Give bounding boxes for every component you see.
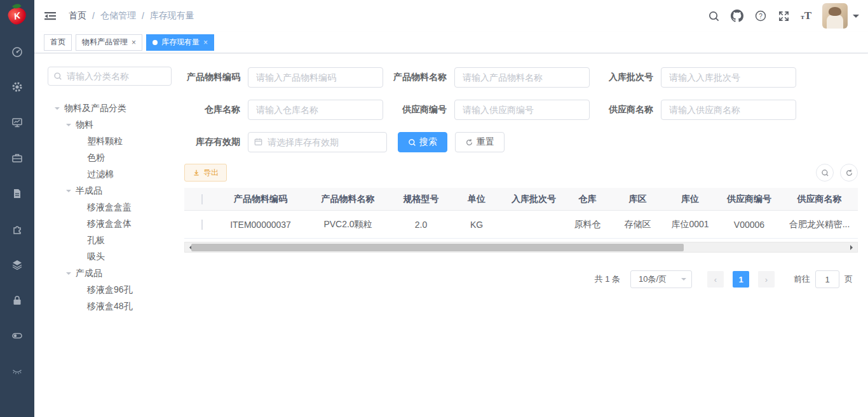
- goto-label: 前往: [794, 274, 810, 285]
- user-menu[interactable]: [822, 3, 859, 29]
- table-header-row: 产品物料编码 产品物料名称 规格型号 单位 入库批次号 仓库 库区 库位 供应商…: [184, 188, 858, 211]
- chevron-down-icon: [681, 278, 686, 283]
- cell-unit: KG: [448, 220, 505, 230]
- page-number-1[interactable]: 1: [733, 271, 749, 288]
- caret-down-icon[interactable]: [53, 105, 62, 112]
- font-size-icon[interactable]: тT: [801, 10, 811, 22]
- batch-no-input[interactable]: [661, 67, 796, 88]
- sidebar-collapse-icon[interactable]: [43, 10, 57, 22]
- tree-node-label: 过滤棉: [87, 169, 114, 180]
- tree-node-root[interactable]: 物料及产品分类: [48, 100, 184, 117]
- tree-node-label: 移液盒48孔: [87, 301, 133, 312]
- col-header-warehouse: 仓库: [562, 194, 613, 205]
- tree-node-label: 塑料颗粒: [87, 136, 123, 147]
- svg-text:?: ?: [759, 13, 763, 20]
- field-label: 入库批次号: [597, 72, 661, 83]
- tree-node-semi-finished[interactable]: 半成品: [48, 183, 184, 199]
- tree-node-plastic[interactable]: 塑料颗粒: [48, 133, 184, 150]
- tree-node-box-48[interactable]: 移液盒48孔: [48, 298, 184, 315]
- prev-page-button[interactable]: ‹: [707, 271, 724, 288]
- sidebar-item-hidden[interactable]: [0, 354, 34, 390]
- col-header-supplier-code: 供应商编号: [717, 194, 781, 205]
- caret-down-icon[interactable]: [64, 121, 73, 129]
- item-name-input[interactable]: [454, 67, 590, 88]
- goto-page-input[interactable]: [815, 270, 839, 288]
- github-icon[interactable]: [731, 10, 743, 22]
- sidebar-item-monitor[interactable]: [0, 105, 34, 141]
- cell-supplier-name: 合肥龙兴精密...: [781, 219, 858, 230]
- export-button[interactable]: 导出: [184, 164, 227, 182]
- page-size-value: 10条/页: [639, 274, 667, 285]
- sidebar-item-switch[interactable]: [0, 319, 34, 354]
- sidebar-item-settings[interactable]: [0, 70, 34, 105]
- tree-node-material[interactable]: 物料: [48, 117, 184, 133]
- supplier-name-input[interactable]: [661, 100, 796, 120]
- col-header-unit: 单位: [448, 194, 505, 205]
- help-icon[interactable]: ?: [754, 10, 767, 22]
- sidebar-item-security[interactable]: [0, 283, 34, 319]
- page-unit-label: 页: [844, 274, 853, 285]
- warehouse-name-input[interactable]: [248, 100, 383, 120]
- avatar[interactable]: [822, 3, 848, 29]
- tree-node-plate[interactable]: 孔板: [48, 232, 184, 249]
- app-logo[interactable]: K: [0, 0, 34, 32]
- field-supplier-name: 供应商名称: [597, 100, 804, 120]
- reset-button[interactable]: 重置: [455, 132, 505, 152]
- search-icon: [408, 138, 416, 147]
- sidebar-item-layers[interactable]: [0, 248, 34, 283]
- close-icon[interactable]: ×: [203, 39, 208, 46]
- tab-home[interactable]: 首页: [44, 34, 72, 51]
- select-all-checkbox[interactable]: [201, 194, 203, 204]
- row-checkbox[interactable]: [201, 220, 203, 230]
- logo-letter: K: [13, 10, 22, 22]
- tree-node-tip[interactable]: 吸头: [48, 249, 184, 265]
- breadcrumb-home[interactable]: 首页: [69, 10, 86, 22]
- download-icon: [193, 169, 200, 176]
- tab-material-product[interactable]: 物料产品管理 ×: [76, 34, 142, 51]
- search-button-label: 搜索: [419, 136, 437, 148]
- cell-warehouse: 原料仓: [562, 219, 613, 230]
- cell-item-name: PVC2.0颗粒: [302, 219, 394, 230]
- cell-supplier-code: V00006: [717, 220, 781, 230]
- caret-down-icon[interactable]: [64, 270, 73, 277]
- col-header-supplier-name: 供应商名称: [781, 194, 858, 205]
- sidebar-item-plugins[interactable]: [0, 212, 34, 248]
- caret-down-icon[interactable]: [64, 187, 73, 195]
- scroll-right-icon[interactable]: [850, 245, 855, 250]
- tree-node-label: 吸头: [87, 251, 105, 263]
- tree-node-pigment[interactable]: 色粉: [48, 150, 184, 166]
- supplier-code-input[interactable]: [454, 100, 590, 120]
- scrollbar-thumb[interactable]: [191, 244, 684, 251]
- col-header-item-name: 产品物料名称: [302, 194, 394, 205]
- sidebar-item-dashboard[interactable]: [0, 34, 34, 70]
- breadcrumb-warehouse[interactable]: 仓储管理: [100, 10, 136, 22]
- tree-node-box-96[interactable]: 移液盒96孔: [48, 282, 184, 298]
- breadcrumb-separator: /: [92, 11, 95, 21]
- tree-node-finished[interactable]: 产成品: [48, 265, 184, 282]
- expiry-date-input[interactable]: [248, 132, 387, 152]
- refresh-button[interactable]: [840, 164, 858, 182]
- page-content: 物料及产品分类 物料 塑料颗粒 色粉 过滤棉 半成品 移液盒盒盖 移液盒盒体 孔…: [34, 54, 868, 417]
- tree-node-label: 移液盒96孔: [87, 284, 133, 296]
- page-size-select[interactable]: 10条/页: [630, 270, 692, 288]
- tree-node-box-lid[interactable]: 移液盒盒盖: [48, 199, 184, 216]
- tree-node-box-body[interactable]: 移液盒盒体: [48, 216, 184, 232]
- next-page-button[interactable]: ›: [758, 271, 775, 288]
- table-row[interactable]: ITEM00000037 PVC2.0颗粒 2.0 KG 原料仓 存储区 库位0…: [184, 211, 858, 239]
- sidebar-item-documents[interactable]: [0, 176, 34, 212]
- tab-label: 库存现有量: [161, 37, 200, 48]
- toggle-search-button[interactable]: [816, 164, 834, 182]
- tab-inventory-onhand[interactable]: 库存现有量 ×: [146, 34, 214, 51]
- close-icon[interactable]: ×: [132, 39, 136, 46]
- horizontal-scrollbar[interactable]: [184, 242, 858, 253]
- search-icon[interactable]: [708, 10, 720, 22]
- fullscreen-icon[interactable]: [778, 10, 790, 22]
- gear-icon: [11, 81, 24, 95]
- item-code-input[interactable]: [248, 67, 383, 88]
- sidebar-item-workbench[interactable]: [0, 141, 34, 176]
- tree-node-filter-cotton[interactable]: 过滤棉: [48, 166, 184, 183]
- sidebar-nav: [0, 32, 34, 390]
- search-button[interactable]: 搜索: [398, 132, 447, 152]
- category-search-input[interactable]: [67, 71, 166, 81]
- table-toolbar: 导出: [184, 164, 858, 182]
